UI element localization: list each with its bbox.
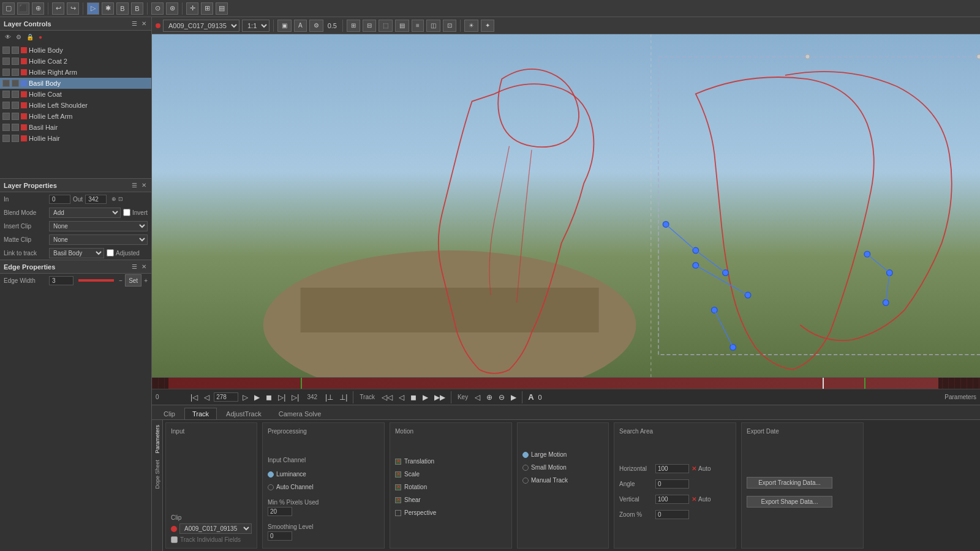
layer-gear-icon[interactable]: ⚙ bbox=[15, 33, 23, 41]
layer-item-hollie-left-arm[interactable]: Hollie Left Arm bbox=[0, 111, 151, 122]
layer-item-hollie-hair[interactable]: Hollie Hair bbox=[0, 133, 151, 144]
tab-adjust-track[interactable]: AdjustTrack bbox=[218, 408, 270, 419]
adjusted-checkbox[interactable] bbox=[107, 249, 114, 257]
set-in-btn[interactable]: |⊥ bbox=[323, 392, 335, 402]
overlay-btn[interactable]: ⊟ bbox=[363, 20, 376, 32]
layer-vis2-basil-hair[interactable] bbox=[12, 124, 19, 131]
layer-item-hollie-coat[interactable]: Hollie Coat bbox=[0, 89, 151, 100]
layer-item-hollie-right-arm[interactable]: Hollie Right Arm bbox=[0, 67, 151, 78]
viewport[interactable] bbox=[152, 34, 980, 377]
luminance-radio[interactable] bbox=[268, 471, 274, 478]
layer-vis2-hollie-left-shoulder[interactable] bbox=[12, 102, 19, 109]
layer-vis2-hollie-left-arm[interactable] bbox=[12, 113, 19, 120]
timeline-ruler[interactable] bbox=[152, 378, 980, 389]
clip-selector[interactable]: A009_C017_09135 bbox=[163, 20, 239, 32]
viewer-btn7[interactable]: ⊡ bbox=[443, 20, 456, 32]
tab-camera-solve[interactable]: Camera Solve bbox=[271, 408, 330, 419]
move-tool[interactable]: ✛ bbox=[186, 2, 198, 15]
edge-minus-icon[interactable]: − bbox=[119, 277, 123, 284]
blend-mode-select[interactable]: Add Normal Subtract bbox=[49, 208, 121, 218]
edge-width-input[interactable] bbox=[49, 276, 74, 285]
layer-vis2-hollie-coat2[interactable] bbox=[12, 58, 19, 65]
go-forward-btn[interactable]: ▷ bbox=[241, 392, 250, 402]
smoothing-level-input[interactable] bbox=[268, 531, 292, 541]
stop-btn[interactable]: ◼ bbox=[264, 392, 274, 402]
channels-btn[interactable]: ▣ bbox=[277, 20, 292, 32]
insert-clip-select[interactable]: None bbox=[49, 221, 148, 231]
remove-point-tool[interactable]: B bbox=[131, 2, 143, 15]
layer-item-basil-hair[interactable]: Basil Hair bbox=[0, 122, 151, 133]
side-tab-dope-sheet[interactable]: Dope Sheet bbox=[153, 457, 162, 492]
sun-btn[interactable]: ☀ bbox=[464, 20, 478, 32]
star-btn[interactable]: ✦ bbox=[481, 20, 494, 32]
tool-select[interactable]: ▢ bbox=[2, 2, 15, 15]
layer-item-hollie-body[interactable]: Hollie Body bbox=[0, 45, 151, 56]
add-point-tool[interactable]: B bbox=[116, 2, 129, 15]
export-shape-btn[interactable]: Export Shape Data... bbox=[747, 496, 832, 508]
layer-props-collapse-icon[interactable]: ✕ bbox=[140, 181, 148, 189]
tab-track[interactable]: Track bbox=[184, 408, 217, 419]
layer-vis-basil-hair[interactable] bbox=[2, 124, 10, 131]
in-input[interactable] bbox=[49, 195, 70, 204]
layer-vis-hollie-hair[interactable] bbox=[2, 135, 10, 142]
layer-props-settings-icon[interactable]: ☰ bbox=[130, 181, 138, 189]
safe-areas-btn[interactable]: ⬚ bbox=[379, 20, 393, 32]
layer-item-hollie-left-shoulder[interactable]: Hollie Left Shoulder bbox=[0, 100, 151, 111]
current-frame-input[interactable] bbox=[214, 392, 238, 402]
side-tab-parameters[interactable]: Parameters bbox=[153, 422, 162, 456]
invert-checkbox[interactable] bbox=[123, 209, 130, 216]
layer-vis2-hollie-coat[interactable] bbox=[12, 91, 19, 98]
key-label-btn[interactable]: A bbox=[526, 392, 535, 402]
min-pixels-input[interactable] bbox=[268, 507, 292, 516]
layer-item-basil-body[interactable]: Basil Body bbox=[0, 78, 151, 89]
tab-clip[interactable]: Clip bbox=[156, 408, 183, 419]
layer-vis2-hollie-body[interactable] bbox=[12, 47, 19, 54]
redo-btn[interactable]: ↪ bbox=[67, 2, 79, 15]
rotation-check[interactable]: ✕ bbox=[395, 484, 401, 490]
edge-plus-icon[interactable]: + bbox=[144, 277, 148, 284]
grid-tool[interactable]: ⊞ bbox=[201, 2, 213, 15]
viewer-btn6[interactable]: ◫ bbox=[426, 20, 440, 32]
track-stop-btn[interactable]: ◼ bbox=[409, 392, 418, 402]
layer-vis-hollie-left-shoulder[interactable] bbox=[2, 102, 10, 109]
vertical-input[interactable] bbox=[655, 495, 689, 504]
horizontal-input[interactable] bbox=[655, 464, 689, 473]
step-fwd-btn[interactable]: ▷| bbox=[276, 392, 287, 402]
key-fwd-btn[interactable]: ▶ bbox=[509, 392, 518, 402]
manual-track-radio[interactable] bbox=[522, 478, 529, 484]
clip-dropdown[interactable]: A009_C017_09135 bbox=[179, 523, 252, 534]
layer-vis-hollie-body[interactable] bbox=[2, 47, 10, 54]
edge-width-slider[interactable] bbox=[78, 279, 114, 282]
layer-vis-basil-body[interactable] bbox=[2, 80, 10, 87]
select-tool[interactable]: ▷ bbox=[87, 2, 99, 15]
key-add-btn[interactable]: ⊕ bbox=[484, 392, 494, 402]
layer-vis-hollie-coat2[interactable] bbox=[2, 58, 10, 65]
zoom-selector[interactable]: 1:1 1:2 2:1 bbox=[242, 20, 270, 32]
auto-channel-radio[interactable] bbox=[268, 484, 274, 490]
track-fwd-end-btn[interactable]: ▶▶ bbox=[432, 392, 447, 402]
layer-eye-icon[interactable]: 👁 bbox=[4, 33, 12, 41]
perspective-check[interactable] bbox=[395, 510, 401, 516]
angle-input[interactable] bbox=[655, 479, 689, 489]
key-delete-btn[interactable]: ⊖ bbox=[497, 392, 507, 402]
go-to-in-btn[interactable]: |◁ bbox=[189, 392, 200, 402]
edge-set-button[interactable]: Set bbox=[125, 274, 141, 287]
layer-vis-hollie-right-arm[interactable] bbox=[2, 69, 10, 76]
tool-transform[interactable]: ⬛ bbox=[17, 2, 29, 15]
large-motion-radio[interactable] bbox=[522, 452, 529, 458]
layer-vis2-hollie-right-arm[interactable] bbox=[12, 69, 19, 76]
viewer-btn5[interactable]: ≡ bbox=[412, 20, 424, 32]
layer-vis2-hollie-hair[interactable] bbox=[12, 135, 19, 142]
viewer-settings-btn[interactable]: ⚙ bbox=[309, 20, 323, 32]
edge-props-settings-icon[interactable]: ☰ bbox=[130, 263, 138, 271]
out-input[interactable] bbox=[85, 195, 107, 204]
key-back-btn[interactable]: ◁ bbox=[473, 392, 482, 402]
play-btn[interactable]: ▶ bbox=[252, 392, 262, 402]
bezier-tool[interactable]: ✱ bbox=[102, 2, 114, 15]
set-out-btn[interactable]: ⊥| bbox=[337, 392, 349, 402]
track-back-btn[interactable]: ◁◁ bbox=[380, 392, 394, 402]
track-play-btn[interactable]: ◁ bbox=[397, 392, 406, 402]
layer-color-icon[interactable]: ● bbox=[37, 33, 43, 41]
layer-vis-hollie-left-arm[interactable] bbox=[2, 113, 10, 120]
layer-vis-hollie-coat[interactable] bbox=[2, 91, 10, 98]
